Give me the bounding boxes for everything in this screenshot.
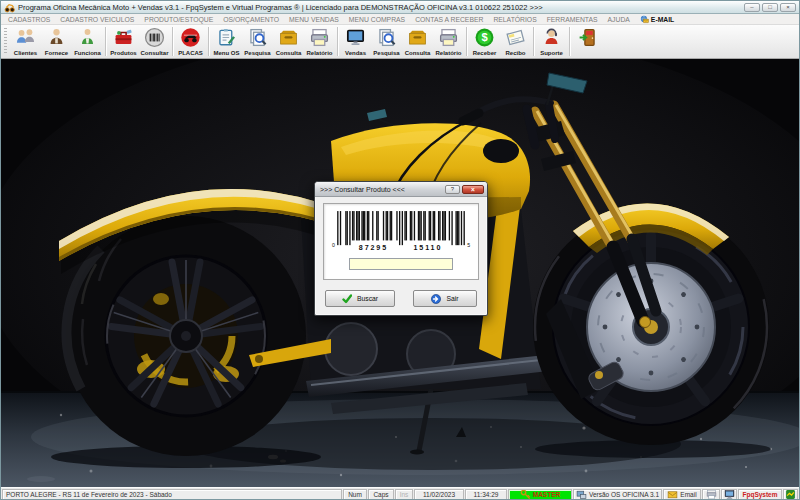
arrow-icon	[431, 294, 441, 304]
toolbar-consulta-button[interactable]: Consulta	[273, 26, 304, 57]
svg-text:87295: 87295	[359, 244, 388, 252]
minimize-button[interactable]: –	[744, 3, 760, 12]
toolbar-produtos-button[interactable]: Produtos	[108, 26, 139, 57]
toolbar-button-label: Vendas	[345, 49, 366, 57]
product-code-input[interactable]	[349, 258, 453, 270]
status-segment-label: Caps	[373, 491, 388, 498]
check-icon	[342, 294, 352, 304]
menu-item-label: MENU VENDAS	[289, 16, 339, 23]
email-globe-icon	[640, 15, 649, 24]
status-printer-sm	[702, 489, 720, 500]
toolbox-icon	[113, 27, 134, 48]
menu-item-relat-rios[interactable]: RELATÓRIOS	[488, 16, 541, 23]
printer-icon	[309, 27, 330, 48]
menu-item-produto-estoque[interactable]: PRODUTO/ESTOQUE	[139, 16, 218, 23]
status-segment-label: PORTO ALEGRE - RS 11 de Fevereiro de 202…	[6, 491, 172, 498]
dialog-close-button[interactable]: ×	[462, 185, 484, 194]
key-icon	[520, 489, 531, 500]
status-vers-o-os-oficina-3-1: Versão OS OFICINA 3.1	[573, 489, 662, 500]
pc-icon	[576, 489, 587, 500]
status-segment-label: 11/02/2023	[423, 491, 455, 498]
status-num: Num	[343, 489, 367, 500]
menu-item-ajuda[interactable]: AJUDA	[603, 16, 635, 23]
window-title: Programa Oficina Mecânica Moto + Vendas …	[18, 3, 740, 12]
toolbar-button-label: Relatório	[435, 49, 461, 57]
menu-bar: CADASTROSCADASTRO VEICULOSPRODUTO/ESTOQU…	[1, 14, 799, 25]
status-11-34-29: 11:34:29	[465, 489, 507, 500]
svg-text:0: 0	[332, 242, 335, 248]
toolbar-separator	[466, 27, 467, 56]
toolbar-button-label: PLACAS	[178, 49, 203, 57]
menu-item-label: CADASTROS	[8, 16, 50, 23]
toolbar-separator	[337, 27, 338, 56]
toolbar-consulta-button[interactable]: Consulta	[402, 26, 433, 57]
maximize-button[interactable]: □	[762, 3, 778, 12]
employee-icon	[77, 27, 98, 48]
toolbar-button-label: Funciona	[74, 49, 101, 57]
toolbar-suporte-button[interactable]: Suporte	[536, 26, 567, 57]
toolbar-funciona-button[interactable]: Funciona	[72, 26, 103, 57]
menu-item-os-or-amento[interactable]: OS/ORÇAMENTO	[218, 16, 284, 23]
menu-item-label: CONTAS A RECEBER	[415, 16, 483, 23]
svg-text:15110: 15110	[413, 244, 442, 252]
clipboard-icon	[216, 27, 237, 48]
menu-item-label: RELATÓRIOS	[493, 16, 536, 23]
status-segment-label: Versão OS OFICINA 3.1	[589, 491, 659, 498]
toolbar-receber-button[interactable]: $Receber	[469, 26, 500, 57]
toolbar-button-label: Consultar	[140, 49, 168, 57]
sair-label: Sair	[446, 295, 458, 302]
toolbar-button-label: Clientes	[14, 49, 37, 57]
toolbar-clientes-button[interactable]: Clientes	[10, 26, 41, 57]
toolbar-fornece-button[interactable]: Fornece	[41, 26, 72, 57]
dialog-help-button[interactable]: ?	[445, 185, 460, 194]
clients-icon	[15, 27, 36, 48]
toolbar-group: VendasPesquisaConsultaRelatório	[340, 26, 464, 57]
status-email: Email	[663, 489, 701, 500]
close-button[interactable]: ×	[780, 3, 796, 12]
toolbar-menu-os-button[interactable]: Menu OS	[211, 26, 242, 57]
exit-door-icon	[577, 27, 598, 48]
menu-item-contas-a-receber[interactable]: CONTAS A RECEBER	[410, 16, 488, 23]
toolbar-button-label: Consulta	[405, 49, 431, 57]
status-segment-label: Ins	[400, 491, 409, 498]
printer-icon	[438, 27, 459, 48]
toolbar-group: ClientesForneceFunciona	[10, 26, 103, 57]
toolbar-exit-door-button[interactable]	[572, 26, 603, 57]
toolbar-pesquisa-button[interactable]: Pesquisa	[242, 26, 273, 57]
search-docs-icon	[376, 27, 397, 48]
consultar-produto-dialog: >>> Consultar Produto <<< ? × 0872951511…	[314, 181, 488, 316]
badge-icon	[785, 489, 796, 500]
sair-button[interactable]: Sair	[413, 290, 477, 307]
toolbar-button-label: Relatório	[306, 49, 332, 57]
toolbar-separator	[533, 27, 534, 56]
menu-item-label: MENU COMPRAS	[349, 16, 405, 23]
status-11-02-2023: 11/02/2023	[414, 489, 464, 500]
toolbar-consultar-button[interactable]: Consultar	[139, 26, 170, 57]
status-segment-label: Num	[348, 491, 362, 498]
window-titlebar[interactable]: Programa Oficina Mecânica Moto + Vendas …	[1, 1, 799, 14]
toolbar-pesquisa-button[interactable]: Pesquisa	[371, 26, 402, 57]
menu-item-menu-vendas[interactable]: MENU VENDAS	[284, 16, 344, 23]
toolbar-relat-rio-button[interactable]: Relatório	[304, 26, 335, 57]
toolbar-group	[572, 26, 603, 57]
menu-item-ferramentas[interactable]: FERRAMENTAS	[542, 16, 603, 23]
front-wheel	[533, 209, 769, 445]
dialog-title: >>> Consultar Produto <<<	[320, 186, 445, 193]
toolbar-separator	[569, 27, 570, 56]
toolbar-button-label: Consulta	[276, 49, 302, 57]
menu-item-e-mail[interactable]: E-MAIL	[635, 15, 679, 24]
toolbar-relat-rio-button[interactable]: Relatório	[433, 26, 464, 57]
toolbar-grip[interactable]	[4, 28, 7, 55]
monitor-icon	[345, 27, 366, 48]
menu-item-cadastros[interactable]: CADASTROS	[3, 16, 55, 23]
buscar-button[interactable]: Buscar	[325, 290, 395, 307]
toolbar-vendas-button[interactable]: Vendas	[340, 26, 371, 57]
toolbar-placas-button[interactable]: PLACAS	[175, 26, 206, 57]
dialog-titlebar[interactable]: >>> Consultar Produto <<< ? ×	[315, 182, 487, 197]
menu-item-cadastro-veiculos[interactable]: CADASTRO VEICULOS	[55, 16, 139, 23]
menu-item-menu-compras[interactable]: MENU COMPRAS	[344, 16, 410, 23]
status-badge	[783, 489, 798, 500]
status-segment-label: Email	[680, 491, 696, 498]
status-segment-label: 11:34:29	[474, 491, 499, 498]
toolbar-recibo-button[interactable]: Recibo	[500, 26, 531, 57]
